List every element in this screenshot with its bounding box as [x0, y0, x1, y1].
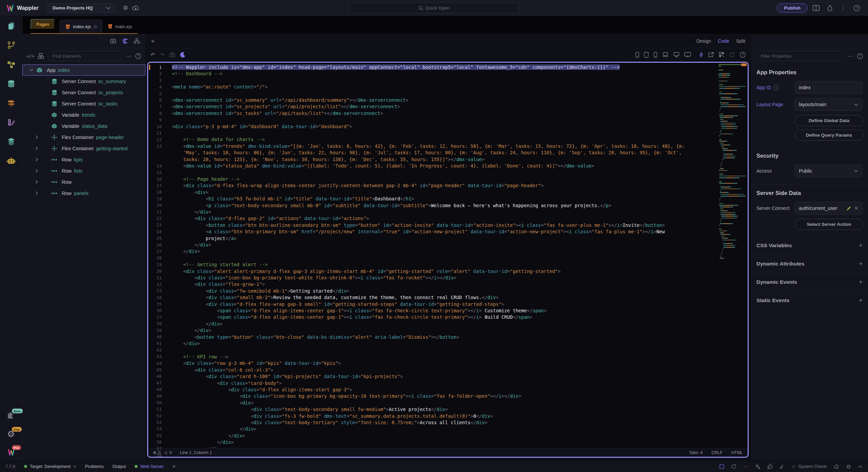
pages-panel-icon[interactable]	[6, 21, 16, 31]
tree-row[interactable]: Server Connectsc_projects	[22, 87, 145, 98]
collapse-bar-icon[interactable]	[858, 465, 863, 468]
code-line[interactable]: <span class="d-flex align-items-center g…	[167, 308, 717, 314]
code-line[interactable]: <dmx-serverconnect id="sc_projects" url=…	[167, 103, 717, 110]
code-line[interactable]: <!-- Page header -->	[167, 176, 717, 182]
mode-code[interactable]: Code	[718, 38, 729, 44]
code-line[interactable]: <div class="row g-3 mb-4" id="kpis" data…	[167, 360, 717, 367]
tree-row[interactable]: Server Connectsc_summary	[22, 76, 145, 87]
ai-assistant-icon[interactable]	[110, 38, 117, 44]
clear-icon[interactable]: ✕	[854, 205, 858, 211]
device-mobile-landscape-icon[interactable]	[653, 52, 657, 58]
code-line[interactable]: <button type="button" class="btn-close" …	[167, 334, 717, 340]
editor-help-icon[interactable]: ?	[739, 52, 746, 58]
help-icon[interactable]: ?	[852, 3, 862, 13]
tree-row[interactable]: Flex Containergetting-started	[22, 143, 145, 154]
refresh-icon[interactable]	[729, 52, 735, 58]
code-line[interactable]: <!-- KPI row -->	[167, 354, 717, 360]
theme-droplet-icon[interactable]	[825, 3, 835, 13]
panel-help-icon[interactable]: ?	[135, 53, 141, 59]
tree-row[interactable]: Flex Containerpage-header	[22, 132, 145, 143]
code-line[interactable]: <div class="flex-grow-1">	[167, 281, 717, 288]
split-view-icon[interactable]	[811, 3, 821, 13]
git-branch-icon[interactable]	[6, 40, 16, 50]
chevron-right-icon[interactable]	[32, 158, 41, 161]
web-server-tab[interactable]: Web Server	[135, 464, 163, 469]
thumbs-up-icon[interactable]	[767, 464, 773, 469]
file-tab[interactable]: 5main.ejs	[102, 20, 138, 33]
code-line[interactable]: <div class="icon-box bg-primary bg-opaci…	[167, 393, 717, 399]
collapsed-section-dynamic-attributes[interactable]: Dynamic Attributes+	[751, 255, 868, 273]
dynamic-data-lightning-icon[interactable]	[699, 52, 703, 58]
filter-properties-input[interactable]	[756, 51, 843, 61]
components-blocks-icon[interactable]	[38, 53, 44, 59]
caret-position[interactable]: Line 1, Column 1	[180, 450, 212, 455]
mode-split[interactable]: Split	[736, 38, 745, 44]
props-help-icon[interactable]: ?	[857, 53, 863, 59]
code-line[interactable]: <dmx-value id="trends" dmx-bind:value="[…	[167, 143, 717, 163]
select-server-action-button[interactable]: Select Server Action	[794, 219, 864, 230]
code-line[interactable]: </div>	[167, 426, 717, 432]
code-line[interactable]: <meta name="ac:route" content="/">	[167, 84, 717, 90]
restart-icon[interactable]	[731, 464, 736, 469]
list-view-icon[interactable]	[122, 38, 128, 44]
more-actions-icon[interactable]: ⋯	[743, 464, 748, 470]
code-line[interactable]	[167, 347, 717, 353]
code-view-icon[interactable]: </>	[26, 54, 34, 59]
minimap[interactable]	[717, 63, 748, 448]
code-line[interactable]: <!-- Demo data for charts -->	[167, 136, 717, 143]
system-check[interactable]: ✓ System Check	[792, 464, 827, 469]
add-icon[interactable]: +	[859, 260, 863, 267]
code-line[interactable]: <div>	[167, 189, 717, 196]
tree-row[interactable]: Variablestatus_data	[22, 120, 145, 132]
collapse-panel-icon[interactable]: «	[151, 38, 154, 44]
project-selector[interactable]: Demo Projects HQ	[47, 3, 116, 13]
pages-button[interactable]: Pages	[31, 19, 55, 29]
code-line[interactable]	[167, 170, 717, 176]
mode-design[interactable]: Design	[696, 38, 711, 44]
chevron-right-icon[interactable]	[32, 146, 41, 150]
code-line[interactable]	[167, 255, 717, 261]
tree-view-icon[interactable]	[134, 38, 140, 44]
tree-row[interactable]: Rowkpis	[22, 154, 145, 165]
quick-open-button[interactable]: Quick Open	[349, 3, 519, 13]
find-elements-input[interactable]	[47, 51, 123, 61]
chevron-right-icon[interactable]	[32, 180, 41, 184]
sparkles-icon[interactable]	[755, 464, 761, 469]
layout-page-select[interactable]: layouts/main	[794, 98, 863, 111]
target-selector[interactable]: Target: Development ▼	[24, 464, 76, 469]
add-icon[interactable]: +	[859, 297, 863, 303]
code-line[interactable]: <div class="fw-semibold mb-1">Getting st…	[167, 288, 717, 294]
define-global-data-button[interactable]: Define Global Data	[794, 115, 864, 126]
code-lines[interactable]: <!-- Wappler include is="dmx-app" id="in…	[167, 63, 717, 448]
code-line[interactable]: </div>	[167, 433, 717, 439]
collapsed-section-static-events[interactable]: Static Events+	[751, 291, 868, 310]
add-terminal-icon[interactable]: +	[172, 463, 176, 470]
screenshot-camera-icon[interactable]	[169, 52, 175, 57]
props-more-icon[interactable]: ⋯	[847, 53, 853, 59]
eraser-icon[interactable]	[833, 464, 839, 469]
add-icon[interactable]: +	[859, 242, 863, 249]
debug-bug-icon[interactable]	[846, 464, 851, 469]
code-line[interactable]: <dmx-serverconnect id="sc_summary" url="…	[167, 97, 717, 103]
publish-button[interactable]: Publish	[777, 3, 808, 13]
code-line[interactable]: <div class="col-6 col-xl-3">	[167, 367, 717, 373]
code-line[interactable]: <div class="small mb-2">Review the seede…	[167, 294, 717, 301]
edit-pencil-icon[interactable]	[846, 206, 851, 211]
language-mode[interactable]: HTML	[731, 450, 743, 455]
collapsed-section-css-variables[interactable]: CSS Variables+	[751, 236, 868, 255]
app-id-field[interactable]: index	[794, 81, 863, 94]
wappler-pro-icon[interactable]: Pro	[6, 448, 16, 457]
code-editor[interactable]: 1234567891011121314151617181920212223242…	[147, 62, 749, 458]
routes-signpost-icon[interactable]	[6, 98, 16, 108]
device-tablet-icon[interactable]	[644, 52, 649, 58]
device-desktop-icon[interactable]	[673, 52, 679, 57]
access-select[interactable]: Public	[794, 164, 863, 177]
code-line[interactable]: <span class="d-flex align-items-center g…	[167, 314, 717, 320]
tree-row[interactable]: Appindex	[22, 64, 145, 76]
code-line[interactable]: <div class="alert alert-primary d-flex g…	[167, 268, 717, 275]
database-icon[interactable]	[6, 79, 16, 88]
undo-icon[interactable]: ↶	[151, 52, 155, 58]
line-endings[interactable]: CRLF	[711, 450, 723, 455]
code-line[interactable]: <div class="text-body-secondary small fw…	[167, 406, 717, 413]
cloud-sync-icon[interactable]	[131, 3, 141, 13]
